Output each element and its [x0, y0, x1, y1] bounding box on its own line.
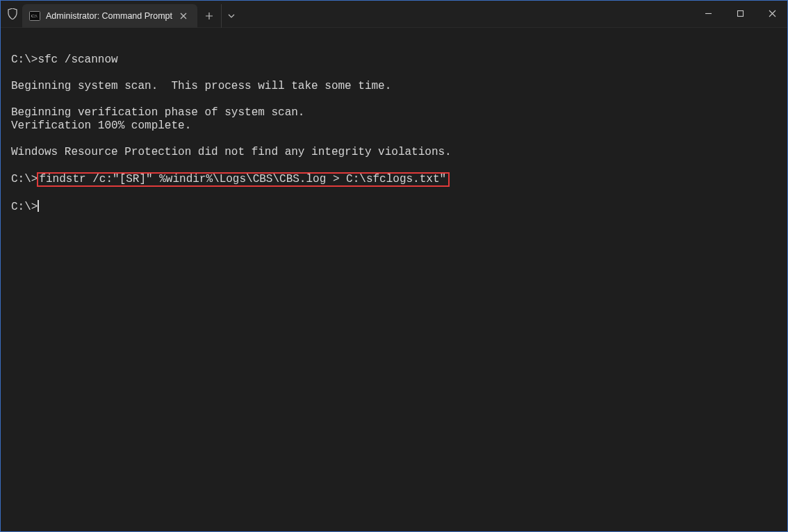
terminal-highlight-line: C:\>findstr /c:"[SR]" %windir%\Logs\CBS\… [11, 172, 777, 187]
terminal-line: Windows Resource Protection did not find… [11, 146, 777, 159]
titlebar-drag-region[interactable] [240, 0, 692, 27]
terminal-line [11, 93, 777, 106]
cmd-icon: C:\ [29, 10, 40, 22]
terminal-line: Verification 100% complete. [11, 119, 777, 133]
terminal-line [11, 67, 777, 80]
terminal-line [11, 187, 777, 200]
prompt-prefix: C:\> [11, 173, 38, 185]
minimize-button[interactable] [692, 0, 724, 27]
highlighted-command: findstr /c:"[SR]" %windir%\Logs\CBS\CBS.… [37, 172, 450, 187]
svg-rect-2 [737, 11, 743, 17]
current-prompt: C:\> [11, 201, 38, 213]
terminal-prompt-line: C:\> [11, 200, 777, 214]
tab-close-button[interactable] [177, 9, 190, 23]
tab-dropdown-button[interactable] [221, 4, 240, 28]
text-cursor [38, 200, 39, 212]
terminal-line: C:\>sfc /scannow [11, 53, 777, 67]
tab-label: Administrator: Command Prompt [46, 11, 172, 21]
terminal-line [11, 133, 777, 146]
titlebar: C:\ Administrator: Command Prompt [0, 0, 788, 28]
titlebar-left: C:\ Administrator: Command Prompt [0, 0, 240, 27]
terminal-line [11, 40, 777, 53]
terminal-line [11, 159, 777, 172]
close-window-button[interactable] [756, 0, 788, 27]
svg-text:C:\: C:\ [31, 13, 38, 19]
terminal-line: Beginning system scan. This process will… [11, 80, 777, 93]
terminal-line: Beginning verification phase of system s… [11, 106, 777, 119]
window-controls [692, 0, 788, 27]
new-tab-button[interactable] [197, 4, 221, 28]
shield-icon [7, 8, 18, 19]
tab-command-prompt[interactable]: C:\ Administrator: Command Prompt [22, 4, 197, 28]
terminal-content[interactable]: C:\>sfc /scannow Beginning system scan. … [0, 28, 788, 532]
maximize-button[interactable] [724, 0, 756, 27]
